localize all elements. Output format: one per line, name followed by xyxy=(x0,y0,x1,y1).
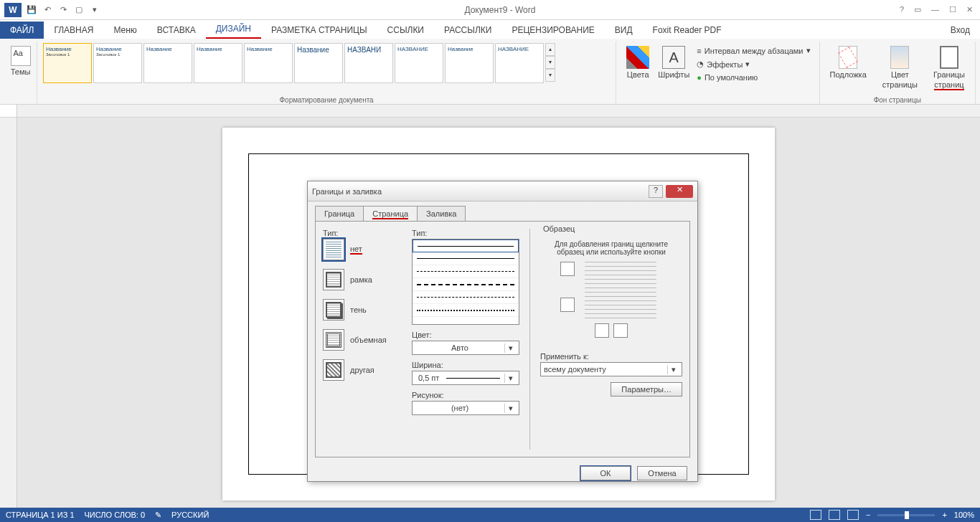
gallery-item[interactable]: НазваниеЗаголовок 1 xyxy=(93,43,142,83)
style-label: Тип: xyxy=(412,229,519,237)
setting-shadow[interactable]: тень xyxy=(323,299,402,321)
print-layout-icon[interactable] xyxy=(829,510,840,520)
gallery-item[interactable]: Название xyxy=(445,43,494,83)
dialog-title: Границы и заливка xyxy=(312,187,649,196)
status-language[interactable]: РУССКИЙ xyxy=(171,511,209,519)
page-color-button[interactable]: Цветстраницы xyxy=(878,43,922,93)
themes-label: Темы xyxy=(11,67,31,76)
status-page[interactable]: СТРАНИЦА 1 ИЗ 1 xyxy=(6,511,75,519)
left-edge-button[interactable] xyxy=(595,323,609,338)
horizontal-ruler[interactable] xyxy=(17,105,980,117)
setting-box[interactable]: рамка xyxy=(323,269,402,290)
dialog-tabs: Граница Страница Заливка xyxy=(308,201,697,221)
preview-page[interactable] xyxy=(585,262,656,319)
vertical-ruler[interactable] xyxy=(0,118,17,508)
dialog-close-icon[interactable]: ✕ xyxy=(666,185,693,198)
gallery-item[interactable]: НАЗВАНИЕ xyxy=(395,43,443,83)
gallery-item[interactable]: Название xyxy=(143,43,192,83)
maximize-icon[interactable]: ☐ xyxy=(949,5,956,14)
tab-layout[interactable]: РАЗМЕТКА СТРАНИЦЫ xyxy=(261,22,377,39)
line-style-list[interactable] xyxy=(412,239,519,325)
fonts-button[interactable]: AШрифты xyxy=(654,43,694,85)
effects-icon: ◔ xyxy=(697,60,704,69)
help-icon[interactable]: ? xyxy=(900,5,904,14)
zoom-in-icon[interactable]: + xyxy=(942,511,946,519)
top-edge-button[interactable] xyxy=(560,262,575,276)
setting-custom[interactable]: другая xyxy=(323,359,402,381)
tab-menu[interactable]: Меню xyxy=(103,22,146,39)
setting-3d[interactable]: объемная xyxy=(323,329,402,351)
dialog-tab-border[interactable]: Граница xyxy=(315,206,364,221)
tab-insert[interactable]: ВСТАВКА xyxy=(147,22,206,39)
gallery-item[interactable]: Название xyxy=(294,43,343,83)
zoom-slider[interactable] xyxy=(877,514,935,516)
ok-button[interactable]: ОК xyxy=(580,466,631,480)
minimize-icon[interactable]: — xyxy=(931,5,939,14)
dialog-titlebar[interactable]: Границы и заливка ? ✕ xyxy=(308,181,697,201)
zoom-level[interactable]: 100% xyxy=(954,511,974,519)
dialog-help-icon[interactable]: ? xyxy=(649,185,663,198)
undo-icon[interactable]: ↶ xyxy=(42,4,53,16)
web-layout-icon[interactable] xyxy=(847,510,859,520)
style-column: Тип: Цвет: Авто▾ Ширина: 0,5 пт▾ Рисунок… xyxy=(412,229,519,450)
page-borders-button[interactable]: Границыстраниц xyxy=(929,43,969,93)
tab-design[interactable]: ДИЗАЙН xyxy=(206,20,261,39)
status-words[interactable]: ЧИСЛО СЛОВ: 0 xyxy=(85,511,146,519)
zoom-out-icon[interactable]: − xyxy=(866,511,870,519)
width-combo[interactable]: 0,5 пт▾ xyxy=(412,371,519,385)
tab-view[interactable]: ВИД xyxy=(605,22,643,39)
gallery-item[interactable]: Название xyxy=(194,43,242,83)
cancel-button[interactable]: Отмена xyxy=(637,466,687,480)
read-mode-icon[interactable] xyxy=(810,510,821,520)
tab-review[interactable]: РЕЦЕНЗИРОВАНИЕ xyxy=(501,22,604,39)
preview-hint: Для добавления границ щелкните образец и… xyxy=(540,240,682,256)
gallery-scroll[interactable]: ▴▾▾ xyxy=(545,43,555,83)
setting-label: Тип: xyxy=(323,229,402,237)
paragraph-spacing-button[interactable]: ≡Интервал между абзацами▾ xyxy=(697,46,810,55)
fonts-icon: A xyxy=(662,46,685,69)
bottom-edge-button[interactable] xyxy=(560,298,575,312)
gallery-item[interactable]: Название xyxy=(244,43,293,83)
redo-icon[interactable]: ↷ xyxy=(57,4,69,16)
color-combo[interactable]: Авто▾ xyxy=(412,341,519,355)
setting-none[interactable]: нет xyxy=(323,239,402,260)
close-icon[interactable]: ✕ xyxy=(966,5,973,14)
gallery-item[interactable]: НАЗВАНИ xyxy=(344,43,393,83)
dialog-footer: ОК Отмена xyxy=(308,462,697,485)
apply-combo[interactable]: всему документу▾ xyxy=(540,362,682,376)
tab-file[interactable]: ФАЙЛ xyxy=(0,22,44,39)
art-combo[interactable]: (нет)▾ xyxy=(412,401,519,415)
new-doc-icon[interactable]: ▢ xyxy=(73,4,85,16)
tab-references[interactable]: ССЫЛКИ xyxy=(377,22,434,39)
apply-label: Применить к: xyxy=(540,352,682,361)
dialog-tab-page[interactable]: Страница xyxy=(363,206,418,221)
check-icon: ● xyxy=(697,73,702,82)
tab-mailings[interactable]: РАССЫЛКИ xyxy=(434,22,501,39)
dialog-body: Тип: нет рамка тень объемная другая Тип:… xyxy=(315,221,690,457)
art-label: Рисунок: xyxy=(412,391,519,399)
colors-button[interactable]: Цвета xyxy=(622,43,654,85)
dialog-tab-fill[interactable]: Заливка xyxy=(417,206,466,221)
tab-home[interactable]: ГЛАВНАЯ xyxy=(44,22,103,39)
save-icon[interactable]: 💾 xyxy=(26,4,37,16)
watermark-button[interactable]: Подложка xyxy=(826,43,871,93)
themes-button[interactable]: Темы xyxy=(10,43,31,79)
options-button[interactable]: Параметры… xyxy=(611,382,682,397)
right-edge-button[interactable] xyxy=(613,323,628,338)
login-link[interactable]: Вход xyxy=(941,22,980,39)
effects-button[interactable]: ◔Эффекты▾ xyxy=(697,60,810,69)
ribbon-tabs: ФАЙЛ ГЛАВНАЯ Меню ВСТАВКА ДИЗАЙН РАЗМЕТК… xyxy=(0,20,980,39)
setting-column: Тип: нет рамка тень объемная другая xyxy=(323,229,402,450)
chevron-down-icon: ▾ xyxy=(504,374,516,383)
preview-column: Образец Для добавления границ щелкните о… xyxy=(529,229,682,450)
qat-dropdown-icon[interactable]: ▾ xyxy=(89,4,100,16)
page-color-icon xyxy=(890,46,909,69)
style-gallery[interactable]: НазваниеЗаголовок 1 НазваниеЗаголовок 1 … xyxy=(43,43,610,83)
group-doc-formatting: НазваниеЗаголовок 1 НазваниеЗаголовок 1 … xyxy=(37,42,616,104)
set-default-button[interactable]: ●По умолчанию xyxy=(697,73,810,82)
tab-foxit[interactable]: Foxit Reader PDF xyxy=(643,22,732,39)
gallery-item[interactable]: НАЗВАНИЕ xyxy=(495,43,544,83)
gallery-item[interactable]: НазваниеЗаголовок 1 xyxy=(43,43,92,83)
status-proofing-icon[interactable]: ✎ xyxy=(155,511,161,520)
ribbon-collapse-icon[interactable]: ▭ xyxy=(914,5,921,14)
